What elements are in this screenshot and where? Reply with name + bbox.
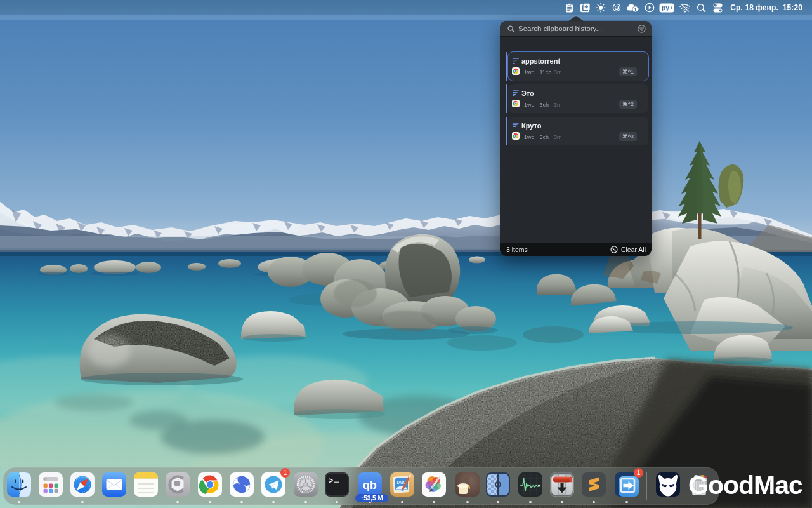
svg-text:>: > xyxy=(329,477,333,486)
svg-text:1: 1 xyxy=(634,6,637,12)
svg-text:py: py xyxy=(662,4,669,11)
svg-text:qb: qb xyxy=(363,479,377,491)
svg-text:+: + xyxy=(670,5,673,11)
